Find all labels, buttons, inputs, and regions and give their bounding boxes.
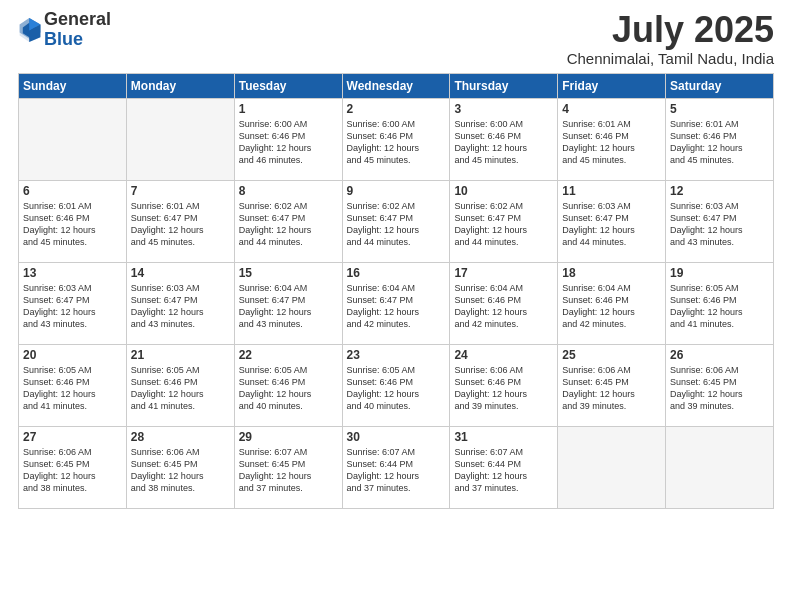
logo-general: General <box>44 9 111 29</box>
day-number: 15 <box>239 266 338 280</box>
day-info: Sunrise: 6:01 AM Sunset: 6:47 PM Dayligh… <box>131 200 230 249</box>
day-number: 17 <box>454 266 553 280</box>
week-row-0: 1Sunrise: 6:00 AM Sunset: 6:46 PM Daylig… <box>19 98 774 180</box>
calendar-cell <box>558 426 666 508</box>
day-info: Sunrise: 6:05 AM Sunset: 6:46 PM Dayligh… <box>131 364 230 413</box>
title-block: July 2025 Chennimalai, Tamil Nadu, India <box>567 10 774 67</box>
day-info: Sunrise: 6:03 AM Sunset: 6:47 PM Dayligh… <box>131 282 230 331</box>
calendar-cell: 17Sunrise: 6:04 AM Sunset: 6:46 PM Dayli… <box>450 262 558 344</box>
week-row-4: 27Sunrise: 6:06 AM Sunset: 6:45 PM Dayli… <box>19 426 774 508</box>
day-number: 3 <box>454 102 553 116</box>
calendar-table: SundayMondayTuesdayWednesdayThursdayFrid… <box>18 73 774 509</box>
calendar-cell: 11Sunrise: 6:03 AM Sunset: 6:47 PM Dayli… <box>558 180 666 262</box>
day-number: 24 <box>454 348 553 362</box>
logo-icon <box>18 16 42 44</box>
day-number: 8 <box>239 184 338 198</box>
day-number: 7 <box>131 184 230 198</box>
location-title: Chennimalai, Tamil Nadu, India <box>567 50 774 67</box>
day-number: 31 <box>454 430 553 444</box>
month-title: July 2025 <box>567 10 774 50</box>
day-info: Sunrise: 6:02 AM Sunset: 6:47 PM Dayligh… <box>239 200 338 249</box>
day-info: Sunrise: 6:06 AM Sunset: 6:46 PM Dayligh… <box>454 364 553 413</box>
day-info: Sunrise: 6:00 AM Sunset: 6:46 PM Dayligh… <box>239 118 338 167</box>
calendar-cell: 2Sunrise: 6:00 AM Sunset: 6:46 PM Daylig… <box>342 98 450 180</box>
weekday-row: SundayMondayTuesdayWednesdayThursdayFrid… <box>19 73 774 98</box>
week-row-2: 13Sunrise: 6:03 AM Sunset: 6:47 PM Dayli… <box>19 262 774 344</box>
calendar-cell: 21Sunrise: 6:05 AM Sunset: 6:46 PM Dayli… <box>126 344 234 426</box>
day-number: 12 <box>670 184 769 198</box>
day-info: Sunrise: 6:05 AM Sunset: 6:46 PM Dayligh… <box>347 364 446 413</box>
day-info: Sunrise: 6:05 AM Sunset: 6:46 PM Dayligh… <box>239 364 338 413</box>
day-number: 23 <box>347 348 446 362</box>
calendar-cell: 29Sunrise: 6:07 AM Sunset: 6:45 PM Dayli… <box>234 426 342 508</box>
calendar-cell: 7Sunrise: 6:01 AM Sunset: 6:47 PM Daylig… <box>126 180 234 262</box>
day-number: 27 <box>23 430 122 444</box>
weekday-header-wednesday: Wednesday <box>342 73 450 98</box>
day-info: Sunrise: 6:04 AM Sunset: 6:47 PM Dayligh… <box>347 282 446 331</box>
calendar-cell: 22Sunrise: 6:05 AM Sunset: 6:46 PM Dayli… <box>234 344 342 426</box>
calendar-cell: 28Sunrise: 6:06 AM Sunset: 6:45 PM Dayli… <box>126 426 234 508</box>
calendar-cell: 5Sunrise: 6:01 AM Sunset: 6:46 PM Daylig… <box>666 98 774 180</box>
calendar-cell: 15Sunrise: 6:04 AM Sunset: 6:47 PM Dayli… <box>234 262 342 344</box>
day-info: Sunrise: 6:05 AM Sunset: 6:46 PM Dayligh… <box>23 364 122 413</box>
day-info: Sunrise: 6:05 AM Sunset: 6:46 PM Dayligh… <box>670 282 769 331</box>
calendar-cell: 30Sunrise: 6:07 AM Sunset: 6:44 PM Dayli… <box>342 426 450 508</box>
calendar-cell: 1Sunrise: 6:00 AM Sunset: 6:46 PM Daylig… <box>234 98 342 180</box>
day-info: Sunrise: 6:06 AM Sunset: 6:45 PM Dayligh… <box>131 446 230 495</box>
day-number: 6 <box>23 184 122 198</box>
weekday-header-tuesday: Tuesday <box>234 73 342 98</box>
day-info: Sunrise: 6:03 AM Sunset: 6:47 PM Dayligh… <box>23 282 122 331</box>
day-number: 2 <box>347 102 446 116</box>
calendar-cell: 24Sunrise: 6:06 AM Sunset: 6:46 PM Dayli… <box>450 344 558 426</box>
day-number: 11 <box>562 184 661 198</box>
calendar-cell: 6Sunrise: 6:01 AM Sunset: 6:46 PM Daylig… <box>19 180 127 262</box>
calendar-cell: 18Sunrise: 6:04 AM Sunset: 6:46 PM Dayli… <box>558 262 666 344</box>
day-info: Sunrise: 6:01 AM Sunset: 6:46 PM Dayligh… <box>562 118 661 167</box>
day-number: 13 <box>23 266 122 280</box>
calendar-cell: 19Sunrise: 6:05 AM Sunset: 6:46 PM Dayli… <box>666 262 774 344</box>
day-number: 14 <box>131 266 230 280</box>
day-info: Sunrise: 6:00 AM Sunset: 6:46 PM Dayligh… <box>454 118 553 167</box>
day-number: 16 <box>347 266 446 280</box>
calendar-cell: 26Sunrise: 6:06 AM Sunset: 6:45 PM Dayli… <box>666 344 774 426</box>
day-info: Sunrise: 6:07 AM Sunset: 6:45 PM Dayligh… <box>239 446 338 495</box>
day-info: Sunrise: 6:04 AM Sunset: 6:46 PM Dayligh… <box>454 282 553 331</box>
calendar-cell: 9Sunrise: 6:02 AM Sunset: 6:47 PM Daylig… <box>342 180 450 262</box>
week-row-1: 6Sunrise: 6:01 AM Sunset: 6:46 PM Daylig… <box>19 180 774 262</box>
calendar-cell: 23Sunrise: 6:05 AM Sunset: 6:46 PM Dayli… <box>342 344 450 426</box>
day-info: Sunrise: 6:01 AM Sunset: 6:46 PM Dayligh… <box>670 118 769 167</box>
calendar-cell: 4Sunrise: 6:01 AM Sunset: 6:46 PM Daylig… <box>558 98 666 180</box>
weekday-header-monday: Monday <box>126 73 234 98</box>
calendar-cell: 8Sunrise: 6:02 AM Sunset: 6:47 PM Daylig… <box>234 180 342 262</box>
day-number: 10 <box>454 184 553 198</box>
calendar-page: General Blue July 2025 Chennimalai, Tami… <box>0 0 792 612</box>
logo: General Blue <box>18 10 111 50</box>
day-number: 18 <box>562 266 661 280</box>
day-info: Sunrise: 6:06 AM Sunset: 6:45 PM Dayligh… <box>670 364 769 413</box>
weekday-header-thursday: Thursday <box>450 73 558 98</box>
calendar-cell: 3Sunrise: 6:00 AM Sunset: 6:46 PM Daylig… <box>450 98 558 180</box>
calendar-cell: 20Sunrise: 6:05 AM Sunset: 6:46 PM Dayli… <box>19 344 127 426</box>
calendar-cell: 12Sunrise: 6:03 AM Sunset: 6:47 PM Dayli… <box>666 180 774 262</box>
weekday-header-saturday: Saturday <box>666 73 774 98</box>
day-info: Sunrise: 6:06 AM Sunset: 6:45 PM Dayligh… <box>23 446 122 495</box>
day-info: Sunrise: 6:02 AM Sunset: 6:47 PM Dayligh… <box>347 200 446 249</box>
day-number: 21 <box>131 348 230 362</box>
calendar-cell <box>19 98 127 180</box>
calendar-cell: 27Sunrise: 6:06 AM Sunset: 6:45 PM Dayli… <box>19 426 127 508</box>
day-info: Sunrise: 6:04 AM Sunset: 6:47 PM Dayligh… <box>239 282 338 331</box>
day-number: 22 <box>239 348 338 362</box>
logo-blue: Blue <box>44 29 83 49</box>
calendar-cell: 13Sunrise: 6:03 AM Sunset: 6:47 PM Dayli… <box>19 262 127 344</box>
day-info: Sunrise: 6:02 AM Sunset: 6:47 PM Dayligh… <box>454 200 553 249</box>
weekday-header-friday: Friday <box>558 73 666 98</box>
day-info: Sunrise: 6:01 AM Sunset: 6:46 PM Dayligh… <box>23 200 122 249</box>
day-number: 30 <box>347 430 446 444</box>
day-number: 9 <box>347 184 446 198</box>
day-info: Sunrise: 6:03 AM Sunset: 6:47 PM Dayligh… <box>562 200 661 249</box>
weekday-header-sunday: Sunday <box>19 73 127 98</box>
day-number: 19 <box>670 266 769 280</box>
calendar-cell: 31Sunrise: 6:07 AM Sunset: 6:44 PM Dayli… <box>450 426 558 508</box>
day-info: Sunrise: 6:00 AM Sunset: 6:46 PM Dayligh… <box>347 118 446 167</box>
calendar-cell: 25Sunrise: 6:06 AM Sunset: 6:45 PM Dayli… <box>558 344 666 426</box>
